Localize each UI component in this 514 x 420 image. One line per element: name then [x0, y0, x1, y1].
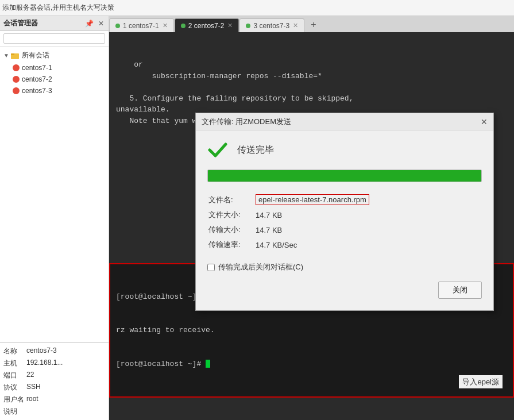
tab-dot-2 [181, 24, 185, 28]
file-key-3: 传输速率: [208, 238, 254, 252]
file-info-row-3: 传输速率: 14.7 KB/Sec [208, 238, 481, 252]
tabs-bar: 1 centos7-1 ✕ 2 centos7-2 ✕ 3 centos7-3 … [109, 16, 514, 32]
session-dot-3 [13, 87, 20, 94]
file-key-2: 传输大小: [208, 223, 254, 237]
prop-host: 主机 192.168.1... [0, 357, 109, 369]
dialog-close-btn[interactable]: 关闭 [438, 282, 482, 299]
file-info-row-0: 文件名: epel-release-latest-7.noarch.rpm [208, 192, 481, 207]
prop-key-protocol: 协议 [3, 383, 26, 392]
tab-centos7-1[interactable]: 1 centos7-1 ✕ [109, 18, 174, 32]
sidebar: 会话管理器 📌 ✕ ▼ 所有会话 [0, 16, 109, 420]
tree-expand-icon: ▼ [3, 52, 10, 59]
content-area: 1 centos7-1 ✕ 2 centos7-2 ✕ 3 centos7-3 … [109, 16, 514, 420]
progress-bar-fill [208, 170, 481, 182]
main-area: 会话管理器 📌 ✕ ▼ 所有会话 [0, 16, 514, 420]
tab-close-3[interactable]: ✕ [293, 22, 298, 29]
tab-label-1: 1 centos7-1 [123, 22, 159, 30]
prop-val-note [26, 407, 105, 417]
dialog-status-row: 传送完毕 [207, 140, 482, 160]
tree-root-label: 所有会话 [22, 51, 49, 60]
tree-child-label-1: centos7-1 [22, 64, 52, 72]
tree-root-item[interactable]: ▼ 所有会话 [0, 49, 109, 62]
prop-val-host: 192.168.1... [26, 359, 105, 368]
file-key-0: 文件名: [208, 192, 254, 207]
tab-label-2: 2 centos7-2 [188, 22, 225, 30]
dialog-close-button[interactable]: ✕ [481, 117, 488, 126]
content-wrapper: or subscription-manager repos --disable=… [109, 32, 514, 420]
tree-root: ▼ 所有会话 centos7-1 [0, 47, 109, 99]
sidebar-title: 会话管理器 [3, 18, 38, 28]
tab-close-2[interactable]: ✕ [227, 22, 233, 29]
sidebar-tree: ▼ 所有会话 centos7-1 [0, 47, 109, 342]
prop-key-note: 说明 [3, 407, 26, 417]
search-input[interactable] [3, 33, 105, 44]
prop-key-username: 用户名 [3, 395, 26, 404]
sidebar-header: 会话管理器 📌 ✕ [0, 16, 109, 31]
auto-close-checkbox[interactable] [207, 264, 215, 271]
prop-key-port: 端口 [3, 371, 26, 380]
status-text: 传送完毕 [237, 144, 274, 156]
svg-rect-1 [11, 53, 14, 55]
tree-child-centos7-3[interactable]: centos7-3 [9, 85, 109, 97]
prop-val-username: root [26, 395, 105, 404]
tree-children: centos7-1 centos7-2 centos7-3 [0, 62, 109, 97]
prop-val-name: centos7-3 [26, 346, 105, 356]
prop-val-port: 22 [26, 371, 105, 380]
add-tab-button[interactable]: + [306, 17, 320, 32]
tab-close-1[interactable]: ✕ [163, 22, 168, 29]
checkbox-row: 传输完成后关闭对话框(C) [207, 262, 482, 272]
checkmark-icon [207, 140, 228, 160]
tab-dot-1 [115, 24, 120, 28]
app-container: 添加服务器会话,并用主机名大写决策 会话管理器 📌 ✕ ▼ [0, 0, 514, 420]
prop-port: 端口 22 [0, 369, 109, 382]
prop-note: 说明 [0, 406, 109, 418]
sidebar-header-icons: 📌 ✕ [84, 20, 105, 28]
file-info-row-2: 传输大小: 14.7 KB [208, 223, 481, 237]
tab-label-3: 3 centos7-3 [253, 22, 289, 30]
session-dot-2 [13, 76, 20, 83]
tree-child-centos7-2[interactable]: centos7-2 [9, 74, 109, 85]
progress-bar [207, 169, 482, 182]
tab-centos7-2[interactable]: 2 centos7-2 ✕ [175, 18, 239, 32]
tree-child-label-3: centos7-3 [22, 87, 52, 95]
file-val-2: 14.7 KB [256, 223, 481, 237]
zmodem-dialog: 文件传输: 用ZMODEM发送 ✕ 传送完毕 [195, 113, 494, 311]
checkbox-label: 传输完成后关闭对话框(C) [218, 262, 303, 272]
file-key-1: 文件大小: [208, 208, 254, 222]
tab-centos7-3[interactable]: 3 centos7-3 ✕ [239, 18, 304, 32]
filename-box: epel-release-latest-7.noarch.rpm [256, 194, 369, 205]
top-bar-title: 添加服务器会话,并用主机名大写决策 [2, 3, 512, 13]
dialog-footer: 关闭 [207, 282, 482, 301]
sidebar-close-button[interactable]: ✕ [97, 20, 105, 28]
file-info-table: 文件名: epel-release-latest-7.noarch.rpm 文件… [207, 191, 482, 253]
prop-name: 名称 centos7-3 [0, 345, 109, 357]
dialog-overlay: 文件传输: 用ZMODEM发送 ✕ 传送完毕 [109, 32, 514, 420]
file-val-3: 14.7 KB/Sec [256, 238, 481, 252]
dialog-titlebar: 文件传输: 用ZMODEM发送 ✕ [196, 113, 493, 130]
tab-dot-3 [246, 24, 250, 28]
top-bar: 添加服务器会话,并用主机名大写决策 [0, 0, 514, 16]
prop-key-name: 名称 [3, 346, 26, 356]
prop-username: 用户名 root [0, 394, 109, 406]
prop-protocol: 协议 SSH [0, 382, 109, 394]
pin-button[interactable]: 📌 [84, 20, 95, 28]
prop-key-host: 主机 [3, 359, 26, 368]
file-info-row-1: 文件大小: 14.7 KB [208, 208, 481, 222]
prop-val-protocol: SSH [26, 383, 105, 392]
file-val-0: epel-release-latest-7.noarch.rpm [256, 192, 481, 207]
tree-child-label-2: centos7-2 [22, 75, 52, 83]
dialog-title: 文件传输: 用ZMODEM发送 [202, 117, 291, 127]
dialog-body: 传送完毕 文件名: epel-re [196, 130, 493, 310]
file-val-1: 14.7 KB [256, 208, 481, 222]
folder-icon [10, 51, 20, 60]
sidebar-props: 名称 centos7-3 主机 192.168.1... 端口 22 协议 SS… [0, 342, 109, 420]
session-dot-1 [13, 64, 20, 71]
tree-child-centos7-1[interactable]: centos7-1 [9, 62, 109, 74]
sidebar-search [0, 31, 109, 47]
